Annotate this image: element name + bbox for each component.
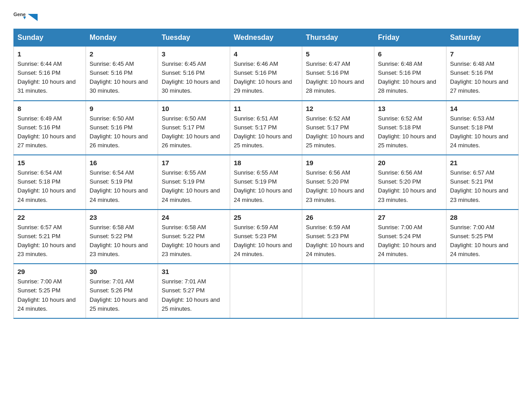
day-info: Sunrise: 7:00 AMSunset: 5:25 PMDaylight:… <box>17 278 76 312</box>
day-info: Sunrise: 6:53 AMSunset: 5:18 PMDaylight:… <box>450 115 508 149</box>
calendar-week-row: 29 Sunrise: 7:00 AMSunset: 5:25 PMDaylig… <box>14 264 519 318</box>
day-number: 26 <box>306 214 370 221</box>
col-header-sunday: Sunday <box>14 29 86 47</box>
day-number: 18 <box>234 159 298 167</box>
calendar-cell: 15 Sunrise: 6:54 AMSunset: 5:18 PMDaylig… <box>14 155 86 210</box>
day-number: 21 <box>450 159 515 167</box>
page-header: General <box>13 9 519 21</box>
calendar-cell: 31 Sunrise: 7:01 AMSunset: 5:27 PMDaylig… <box>158 264 230 318</box>
logo: General <box>13 9 38 21</box>
calendar-cell: 5 Sunrise: 6:47 AMSunset: 5:16 PMDayligh… <box>302 47 374 101</box>
day-info: Sunrise: 6:47 AMSunset: 5:16 PMDaylight:… <box>306 60 364 94</box>
day-number: 31 <box>162 268 226 275</box>
col-header-saturday: Saturday <box>446 29 519 47</box>
calendar-cell: 2 Sunrise: 6:45 AMSunset: 5:16 PMDayligh… <box>86 47 158 101</box>
day-number: 2 <box>90 50 154 58</box>
day-number: 23 <box>90 214 154 221</box>
calendar-cell: 10 Sunrise: 6:50 AMSunset: 5:17 PMDaylig… <box>158 101 230 155</box>
calendar-cell: 8 Sunrise: 6:49 AMSunset: 5:16 PMDayligh… <box>14 101 86 155</box>
calendar-week-row: 15 Sunrise: 6:54 AMSunset: 5:18 PMDaylig… <box>14 155 519 210</box>
calendar-cell: 1 Sunrise: 6:44 AMSunset: 5:16 PMDayligh… <box>14 47 86 101</box>
calendar-cell: 13 Sunrise: 6:52 AMSunset: 5:18 PMDaylig… <box>374 101 446 155</box>
day-info: Sunrise: 6:52 AMSunset: 5:18 PMDaylight:… <box>378 115 436 149</box>
calendar-cell: 28 Sunrise: 7:00 AMSunset: 5:25 PMDaylig… <box>446 210 519 264</box>
day-number: 4 <box>234 50 298 58</box>
day-info: Sunrise: 6:52 AMSunset: 5:17 PMDaylight:… <box>306 115 364 149</box>
calendar-header-row: SundayMondayTuesdayWednesdayThursdayFrid… <box>14 29 519 47</box>
day-info: Sunrise: 6:54 AMSunset: 5:19 PMDaylight:… <box>90 169 148 203</box>
calendar-week-row: 1 Sunrise: 6:44 AMSunset: 5:16 PMDayligh… <box>14 47 519 101</box>
day-info: Sunrise: 6:49 AMSunset: 5:16 PMDaylight:… <box>17 115 76 149</box>
day-info: Sunrise: 6:48 AMSunset: 5:16 PMDaylight:… <box>450 60 508 94</box>
day-number: 16 <box>90 159 154 167</box>
day-info: Sunrise: 6:50 AMSunset: 5:17 PMDaylight:… <box>162 115 220 149</box>
day-info: Sunrise: 6:48 AMSunset: 5:16 PMDaylight:… <box>378 60 436 94</box>
calendar-cell <box>302 264 374 318</box>
day-number: 3 <box>162 50 226 58</box>
day-info: Sunrise: 7:00 AMSunset: 5:25 PMDaylight:… <box>450 224 508 257</box>
day-number: 11 <box>234 105 298 112</box>
day-number: 27 <box>378 214 442 221</box>
calendar-cell: 12 Sunrise: 6:52 AMSunset: 5:17 PMDaylig… <box>302 101 374 155</box>
calendar-cell: 26 Sunrise: 6:59 AMSunset: 5:23 PMDaylig… <box>302 210 374 264</box>
day-info: Sunrise: 6:45 AMSunset: 5:16 PMDaylight:… <box>90 60 148 94</box>
calendar-cell: 18 Sunrise: 6:55 AMSunset: 5:19 PMDaylig… <box>230 155 302 210</box>
day-info: Sunrise: 6:44 AMSunset: 5:16 PMDaylight:… <box>17 60 76 94</box>
day-number: 29 <box>17 268 82 275</box>
calendar-cell: 17 Sunrise: 6:55 AMSunset: 5:19 PMDaylig… <box>158 155 230 210</box>
col-header-friday: Friday <box>374 29 446 47</box>
day-number: 10 <box>162 105 226 112</box>
day-number: 8 <box>17 105 82 112</box>
day-info: Sunrise: 6:58 AMSunset: 5:22 PMDaylight:… <box>162 224 220 257</box>
day-info: Sunrise: 7:01 AMSunset: 5:27 PMDaylight:… <box>162 278 220 312</box>
day-number: 20 <box>378 159 442 167</box>
calendar-cell: 6 Sunrise: 6:48 AMSunset: 5:16 PMDayligh… <box>374 47 446 101</box>
calendar-cell <box>230 264 302 318</box>
day-info: Sunrise: 6:56 AMSunset: 5:20 PMDaylight:… <box>378 169 436 203</box>
calendar-week-row: 8 Sunrise: 6:49 AMSunset: 5:16 PMDayligh… <box>14 101 519 155</box>
day-number: 5 <box>306 50 370 58</box>
day-number: 22 <box>17 214 82 221</box>
calendar-cell: 16 Sunrise: 6:54 AMSunset: 5:19 PMDaylig… <box>86 155 158 210</box>
calendar-cell: 14 Sunrise: 6:53 AMSunset: 5:18 PMDaylig… <box>446 101 519 155</box>
calendar-cell: 20 Sunrise: 6:56 AMSunset: 5:20 PMDaylig… <box>374 155 446 210</box>
calendar-cell <box>446 264 519 318</box>
day-info: Sunrise: 6:51 AMSunset: 5:17 PMDaylight:… <box>234 115 292 149</box>
col-header-wednesday: Wednesday <box>230 29 302 47</box>
day-info: Sunrise: 7:01 AMSunset: 5:26 PMDaylight:… <box>90 278 148 312</box>
col-header-thursday: Thursday <box>302 29 374 47</box>
calendar-cell: 25 Sunrise: 6:59 AMSunset: 5:23 PMDaylig… <box>230 210 302 264</box>
day-number: 28 <box>450 214 515 221</box>
day-info: Sunrise: 6:54 AMSunset: 5:18 PMDaylight:… <box>17 169 76 203</box>
day-info: Sunrise: 6:59 AMSunset: 5:23 PMDaylight:… <box>306 224 364 257</box>
day-number: 24 <box>162 214 226 221</box>
day-info: Sunrise: 6:46 AMSunset: 5:16 PMDaylight:… <box>234 60 292 94</box>
calendar-cell: 30 Sunrise: 7:01 AMSunset: 5:26 PMDaylig… <box>86 264 158 318</box>
calendar-cell: 3 Sunrise: 6:45 AMSunset: 5:16 PMDayligh… <box>158 47 230 101</box>
day-number: 13 <box>378 105 442 112</box>
day-number: 15 <box>17 159 82 167</box>
day-info: Sunrise: 7:00 AMSunset: 5:24 PMDaylight:… <box>378 224 436 257</box>
day-number: 17 <box>162 159 226 167</box>
calendar-cell: 23 Sunrise: 6:58 AMSunset: 5:22 PMDaylig… <box>86 210 158 264</box>
day-number: 30 <box>90 268 154 275</box>
calendar-cell: 11 Sunrise: 6:51 AMSunset: 5:17 PMDaylig… <box>230 101 302 155</box>
calendar-cell: 29 Sunrise: 7:00 AMSunset: 5:25 PMDaylig… <box>14 264 86 318</box>
calendar-cell: 21 Sunrise: 6:57 AMSunset: 5:21 PMDaylig… <box>446 155 519 210</box>
day-info: Sunrise: 6:55 AMSunset: 5:19 PMDaylight:… <box>162 169 220 203</box>
calendar-cell: 27 Sunrise: 7:00 AMSunset: 5:24 PMDaylig… <box>374 210 446 264</box>
day-number: 9 <box>90 105 154 112</box>
day-number: 7 <box>450 50 515 58</box>
day-number: 6 <box>378 50 442 58</box>
calendar-week-row: 22 Sunrise: 6:57 AMSunset: 5:21 PMDaylig… <box>14 210 519 264</box>
svg-marker-2 <box>28 14 38 21</box>
day-info: Sunrise: 6:57 AMSunset: 5:21 PMDaylight:… <box>17 224 76 257</box>
calendar-cell: 9 Sunrise: 6:50 AMSunset: 5:16 PMDayligh… <box>86 101 158 155</box>
calendar-cell: 7 Sunrise: 6:48 AMSunset: 5:16 PMDayligh… <box>446 47 519 101</box>
col-header-monday: Monday <box>86 29 158 47</box>
logo-icon: General <box>13 9 26 21</box>
day-info: Sunrise: 6:55 AMSunset: 5:19 PMDaylight:… <box>234 169 292 203</box>
calendar-cell: 22 Sunrise: 6:57 AMSunset: 5:21 PMDaylig… <box>14 210 86 264</box>
calendar-cell <box>374 264 446 318</box>
day-info: Sunrise: 6:58 AMSunset: 5:22 PMDaylight:… <box>90 224 148 257</box>
